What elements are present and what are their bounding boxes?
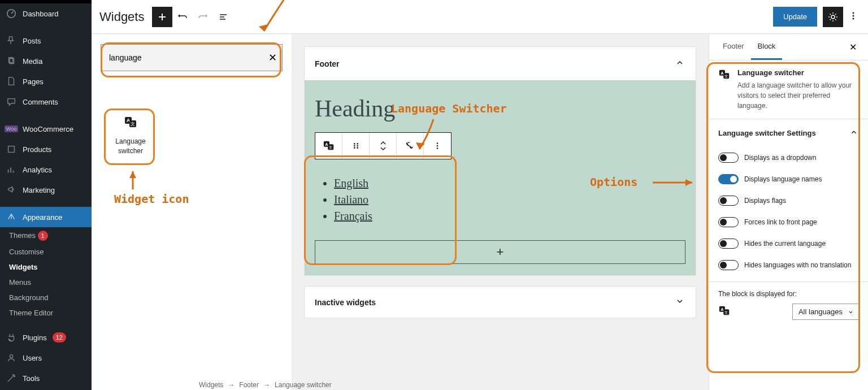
svg-text:文: 文 xyxy=(329,145,332,149)
nav-media[interactable]: Media xyxy=(0,51,92,71)
language-link[interactable]: English xyxy=(334,177,368,189)
nav-dashboard[interactable]: Dashboard xyxy=(0,3,92,24)
analytics-icon xyxy=(6,164,17,175)
svg-point-18 xyxy=(357,145,358,147)
nav-label: Tools xyxy=(23,374,40,383)
block-appender[interactable]: + xyxy=(315,240,685,264)
toggle-switch[interactable] xyxy=(718,174,739,184)
breadcrumb-item[interactable]: Widgets xyxy=(199,381,223,389)
block-options-button[interactable] xyxy=(424,133,451,159)
svg-point-3 xyxy=(831,15,835,19)
block-name: Language switcher xyxy=(737,68,859,77)
svg-text:文: 文 xyxy=(131,122,135,127)
heading-block[interactable]: Heading xyxy=(315,95,685,122)
footer-panel-toggle[interactable]: Footer xyxy=(305,47,696,80)
svg-text:文: 文 xyxy=(724,74,728,78)
subnav-background[interactable]: Background xyxy=(0,290,92,305)
svg-point-21 xyxy=(437,142,439,144)
toggle-row: Displays language names xyxy=(709,168,868,190)
svg-point-2 xyxy=(10,355,12,358)
add-block-button[interactable] xyxy=(152,7,172,27)
settings-button[interactable] xyxy=(823,7,843,27)
widget-area-footer: Footer Heading A文 English xyxy=(304,46,696,276)
subnav-menus[interactable]: Menus xyxy=(0,275,92,290)
language-list: English Italiano Français xyxy=(315,175,685,224)
toggle-switch[interactable] xyxy=(718,260,739,270)
nav-label: Products xyxy=(23,145,51,154)
toggle-label: Hides languages with no translation xyxy=(744,261,851,269)
nav-label: Posts xyxy=(23,37,41,45)
move-block-buttons[interactable] xyxy=(370,133,397,159)
nav-products[interactable]: Products xyxy=(0,139,92,159)
select-value: All languages xyxy=(798,307,843,316)
list-view-button[interactable] xyxy=(213,7,233,27)
toggle-row: Hides languages with no translation xyxy=(709,254,868,276)
nav-woocommerce[interactable]: WooWooCommerce xyxy=(0,119,92,139)
options-button[interactable] xyxy=(847,7,860,27)
svg-rect-1 xyxy=(8,146,15,153)
toggle-switch[interactable] xyxy=(718,196,739,206)
svg-point-5 xyxy=(853,15,854,17)
clear-search-button[interactable]: ✕ xyxy=(268,51,277,64)
undo-button[interactable] xyxy=(172,7,193,27)
subnav-widgets[interactable]: Widgets xyxy=(0,259,92,275)
editor-topbar: Widgets Update xyxy=(92,0,868,34)
nav-plugins[interactable]: Plugins 12 xyxy=(0,327,92,348)
breadcrumb-item[interactable]: Language switcher xyxy=(275,381,332,389)
nav-label: Comments xyxy=(23,98,58,106)
update-button[interactable]: Update xyxy=(773,7,817,27)
svg-point-16 xyxy=(357,143,358,145)
drag-handle[interactable] xyxy=(342,133,370,159)
plugins-badge: 12 xyxy=(53,332,66,343)
settings-title: Language switcher Settings xyxy=(718,129,816,137)
redo-button[interactable] xyxy=(193,7,213,27)
tab-footer[interactable]: Footer xyxy=(716,34,751,60)
settings-panel-toggle[interactable]: Language switcher Settings xyxy=(709,119,868,147)
tools-icon xyxy=(6,372,17,384)
display-for-label: The block is displayed for: xyxy=(718,290,859,298)
tab-block[interactable]: Block xyxy=(751,34,783,60)
comment-icon xyxy=(6,96,17,107)
close-sidebar-button[interactable]: ✕ xyxy=(845,37,861,57)
inactive-panel-toggle[interactable]: Inactive widgets xyxy=(305,287,696,318)
block-type-button[interactable]: A文 xyxy=(315,133,342,159)
toggle-label: Forces link to front page xyxy=(744,218,817,226)
svg-point-4 xyxy=(853,12,854,14)
nav-appearance[interactable]: Appearance xyxy=(0,207,92,227)
svg-point-6 xyxy=(853,18,854,20)
nav-tools[interactable]: Tools xyxy=(0,368,92,388)
page-icon xyxy=(6,76,17,87)
svg-text:文: 文 xyxy=(724,310,728,314)
nav-label: Users xyxy=(23,354,42,362)
display-for-select[interactable]: All languages xyxy=(792,304,859,320)
block-result-language-switcher[interactable]: A文 Language switcher xyxy=(105,111,156,156)
nav-analytics[interactable]: Analytics xyxy=(0,159,92,180)
move-to-button[interactable] xyxy=(397,133,424,159)
subnav-theme-editor[interactable]: Theme Editor xyxy=(0,305,92,320)
nav-users[interactable]: Users xyxy=(0,348,92,368)
toggle-switch[interactable] xyxy=(718,239,739,249)
breadcrumb: Widgets → Footer → Language switcher xyxy=(199,381,332,389)
toggle-switch[interactable] xyxy=(718,217,739,227)
breadcrumb-item[interactable]: Footer xyxy=(239,381,259,389)
toggle-label: Hides the current language xyxy=(744,240,826,248)
products-icon xyxy=(6,144,17,155)
inactive-title: Inactive widgets xyxy=(315,298,376,307)
nav-marketing[interactable]: Marketing xyxy=(0,180,92,200)
nav-comments[interactable]: Comments xyxy=(0,92,92,112)
block-desc: Add a language switcher to allow your vi… xyxy=(737,80,859,111)
search-input[interactable] xyxy=(101,44,283,71)
widget-area-inactive: Inactive widgets xyxy=(304,286,696,318)
nav-label: Media xyxy=(23,57,42,66)
page-title: Widgets xyxy=(99,10,144,24)
nav-posts[interactable]: Posts xyxy=(0,31,92,51)
list-item: English xyxy=(334,175,685,192)
plugins-icon xyxy=(6,332,17,343)
nav-pages[interactable]: Pages xyxy=(0,71,92,92)
language-link[interactable]: Français xyxy=(334,210,372,222)
toggle-switch[interactable] xyxy=(718,153,739,163)
language-link[interactable]: Italiano xyxy=(334,193,368,206)
toggle-row: Hides the current language xyxy=(709,233,868,254)
subnav-customise[interactable]: Customise xyxy=(0,244,92,259)
subnav-themes[interactable]: Themes 1 xyxy=(0,227,92,244)
